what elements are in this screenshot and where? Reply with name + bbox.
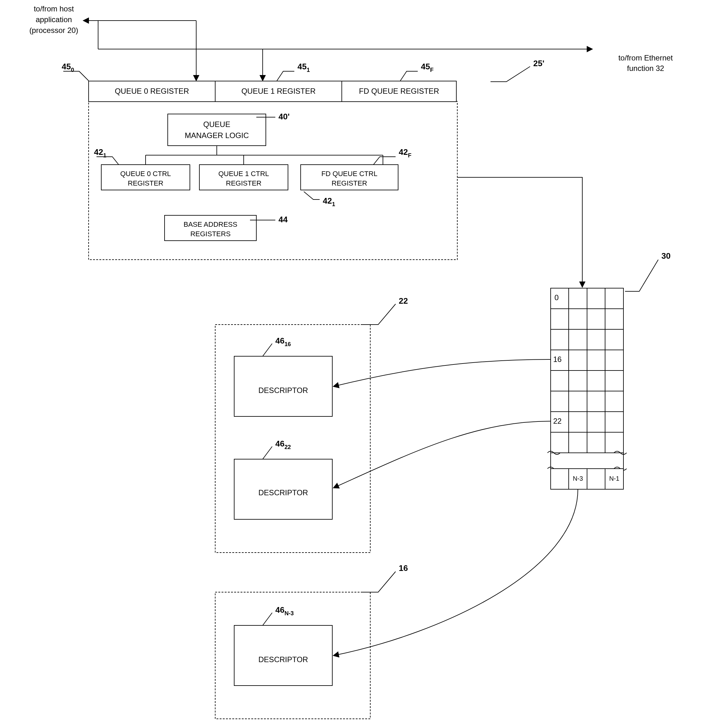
- descriptor-n3-label: DESCRIPTOR: [258, 655, 308, 664]
- ref-22: 22: [399, 296, 408, 306]
- ref-46-n3-leader: [253, 613, 272, 625]
- host-label-2: application: [36, 15, 72, 24]
- to-memory-arrow: [457, 177, 582, 287]
- ref-46-22: 4622: [275, 439, 291, 450]
- ref-45-F: 45F: [421, 62, 434, 73]
- fdqctrl-label-2: REGISTER: [332, 179, 367, 187]
- ref-25prime: 25': [533, 58, 544, 68]
- eth-label-1: to/from Ethernet: [618, 54, 673, 62]
- ref-46-N3: 46N-3: [275, 605, 294, 617]
- host-label-1: to/from host: [34, 4, 74, 13]
- grid-cell-n1: N-1: [609, 475, 619, 482]
- ref-45-1-leader: [277, 71, 294, 81]
- descriptor-22-label: DESCRIPTOR: [258, 488, 308, 497]
- ref-16-leader: [361, 571, 395, 592]
- ref-45-F-leader: [400, 71, 418, 81]
- q1ctrl-label-2: REGISTER: [226, 179, 261, 187]
- eth-label-2: function 32: [627, 64, 664, 73]
- qml-box: [168, 114, 266, 146]
- arrow-cell22-to-desc: [334, 421, 550, 488]
- baseaddr-label-2: REGISTERS: [190, 230, 230, 238]
- ref-30-leader: [625, 260, 658, 291]
- memory-grid: [550, 288, 624, 453]
- diagram-canvas: to/from host application (processor 20) …: [0, 0, 713, 728]
- ref-30: 30: [661, 251, 671, 261]
- ref-42-1b-leader: [304, 191, 320, 199]
- baseaddr-label-1: BASE ADDRESS: [183, 220, 237, 228]
- qml-label-2: MANAGER LOGIC: [185, 131, 249, 140]
- grid-cell-22: 22: [553, 417, 562, 425]
- ref-40prime: 40': [279, 112, 289, 121]
- q1-register-label: QUEUE 1 REGISTER: [242, 87, 316, 95]
- ref-16: 16: [399, 564, 408, 573]
- ref-22-leader: [361, 304, 395, 324]
- ref-46-16: 4616: [275, 336, 291, 347]
- arrow-cell16-to-desc: [334, 359, 550, 386]
- qml-label-1: QUEUE: [203, 120, 230, 129]
- ref-45-1: 451: [297, 62, 310, 73]
- q1ctrl-label-1: QUEUE 1 CTRL: [218, 170, 269, 178]
- ref-42-1b: 421: [323, 196, 335, 208]
- q0ctrl-label-2: REGISTER: [128, 179, 163, 187]
- ref-42-F: 42F: [399, 147, 412, 158]
- ref-42-1a-leader: [97, 157, 119, 164]
- ref-44: 44: [279, 215, 288, 224]
- grid-cell-0: 0: [555, 293, 559, 302]
- host-label-3: (processor 20): [30, 26, 79, 34]
- fdqctrl-label-1: FD QUEUE CTRL: [321, 170, 377, 178]
- grid-cell-16: 16: [553, 355, 562, 363]
- fdq-register-label: FD QUEUE REGISTER: [359, 87, 439, 95]
- q0ctrl-label-1: QUEUE 0 CTRL: [120, 170, 171, 178]
- ref-46-22-leader: [253, 447, 272, 459]
- grid-cell-n3: N-3: [573, 475, 583, 482]
- ref-42-F-leader: [373, 157, 395, 164]
- q0-register-label: QUEUE 0 REGISTER: [115, 87, 189, 95]
- descriptor-16-label: DESCRIPTOR: [258, 386, 308, 395]
- ref-25prime-leader: [491, 66, 530, 82]
- ref-46-16-leader: [253, 344, 272, 356]
- ref-45-0-leader: [63, 71, 89, 81]
